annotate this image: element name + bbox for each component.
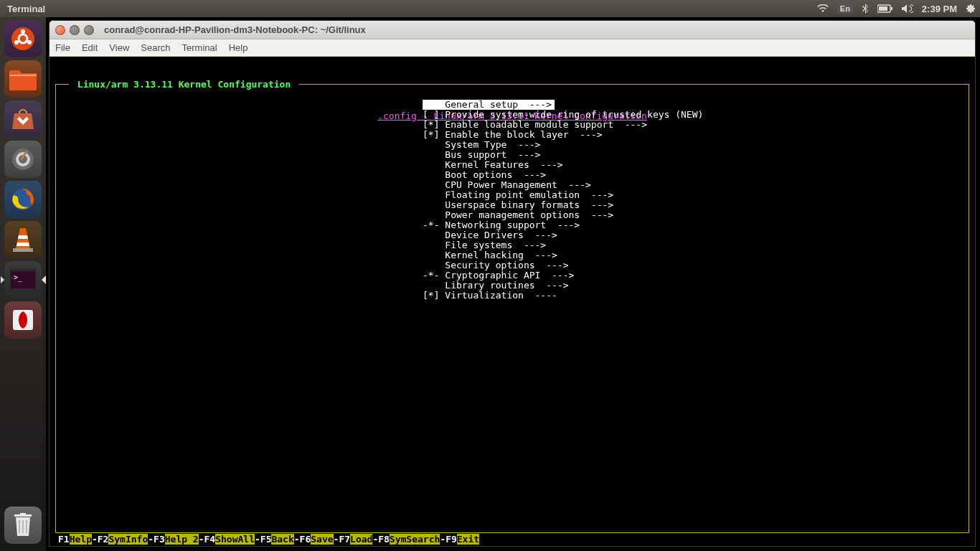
menubar: FileEditViewSearchTerminalHelp: [50, 39, 975, 57]
launcher-settings[interactable]: [4, 141, 42, 178]
launcher-vlc[interactable]: [4, 221, 42, 258]
config-box-label: Linux/arm 3.13.11 Kernel Configuration: [69, 80, 299, 90]
bluetooth-icon[interactable]: [857, 4, 873, 14]
config-item-3[interactable]: [*] Enable the block layer --->: [50, 130, 975, 140]
svg-rect-11: [13, 248, 33, 252]
config-item-2[interactable]: [*] Enable loadable module support --->: [50, 120, 975, 130]
terminal-content[interactable]: .config - Linux/arm 3.13.11 Kernel Confi…: [50, 57, 975, 546]
config-item-9[interactable]: Floating point emulation --->: [50, 190, 975, 200]
config-item-6[interactable]: Kernel Features --->: [50, 160, 975, 170]
config-item-13[interactable]: Device Drivers --->: [50, 230, 975, 240]
launcher-firefox[interactable]: [4, 181, 42, 218]
config-item-17[interactable]: -*- Cryptographic API --->: [50, 270, 975, 281]
unity-launcher: >_: [0, 17, 46, 551]
config-item-8[interactable]: CPU Power Management --->: [50, 180, 975, 190]
clock[interactable]: 2:39 PM: [918, 4, 961, 14]
config-item-11[interactable]: Power management options --->: [50, 210, 975, 220]
menu-edit[interactable]: Edit: [82, 42, 98, 53]
menu-search[interactable]: Search: [141, 42, 170, 53]
config-item-5[interactable]: Bus support --->: [50, 150, 975, 160]
config-item-0[interactable]: General setup --->: [423, 100, 555, 110]
config-item-16[interactable]: Security options --->: [50, 260, 975, 270]
menu-view[interactable]: View: [109, 42, 129, 53]
config-item-4[interactable]: System Type --->: [50, 140, 975, 150]
config-item-19[interactable]: [*] Virtualization ----: [50, 291, 975, 301]
launcher-files[interactable]: [4, 60, 42, 98]
battery-icon[interactable]: [873, 4, 897, 13]
config-item-15[interactable]: Kernel hacking --->: [50, 250, 975, 260]
terminal-window: conrad@conrad-HP-Pavilion-dm3-Notebook-P…: [49, 20, 976, 547]
config-item-18[interactable]: Library routines --->: [50, 281, 975, 291]
launcher-dash[interactable]: [4, 20, 42, 57]
function-key-bar: F1Help-F2SymInfo-F3Help 2-F4ShowAll-F5Ba…: [58, 534, 479, 545]
svg-point-8: [12, 149, 34, 170]
launcher-software-center[interactable]: [4, 100, 42, 138]
svg-rect-1: [891, 7, 892, 10]
language-indicator[interactable]: En: [833, 4, 857, 14]
config-item-10[interactable]: Userspace binary formats --->: [50, 200, 975, 210]
close-button[interactable]: [55, 25, 65, 35]
config-item-14[interactable]: File systems --->: [50, 240, 975, 250]
launcher-evince[interactable]: [4, 301, 42, 339]
svg-point-4: [21, 29, 25, 34]
svg-rect-2: [879, 6, 887, 11]
wifi-icon[interactable]: [813, 4, 833, 13]
active-app-label: Terminal: [0, 4, 52, 14]
top-panel: Terminal En 2:39 PM: [0, 0, 980, 17]
svg-text:>_: >_: [14, 273, 23, 282]
maximize-button[interactable]: [84, 25, 94, 35]
menu-help[interactable]: Help: [229, 42, 248, 53]
menu-file[interactable]: File: [55, 42, 70, 53]
config-item-1[interactable]: [ ] Provide system-wide ring of trusted …: [50, 110, 975, 120]
menu-terminal[interactable]: Terminal: [182, 42, 217, 53]
config-item-7[interactable]: Boot options --->: [50, 170, 975, 180]
gear-icon[interactable]: [961, 4, 980, 14]
minimize-button[interactable]: [70, 25, 80, 35]
trash-tile[interactable]: [4, 507, 42, 544]
window-title: conrad@conrad-HP-Pavilion-dm3-Notebook-P…: [104, 24, 366, 35]
titlebar[interactable]: conrad@conrad-HP-Pavilion-dm3-Notebook-P…: [50, 21, 975, 39]
launcher-terminal[interactable]: >_: [4, 261, 42, 298]
volume-icon[interactable]: [897, 4, 918, 14]
config-item-12[interactable]: -*- Networking support --->: [50, 220, 975, 230]
